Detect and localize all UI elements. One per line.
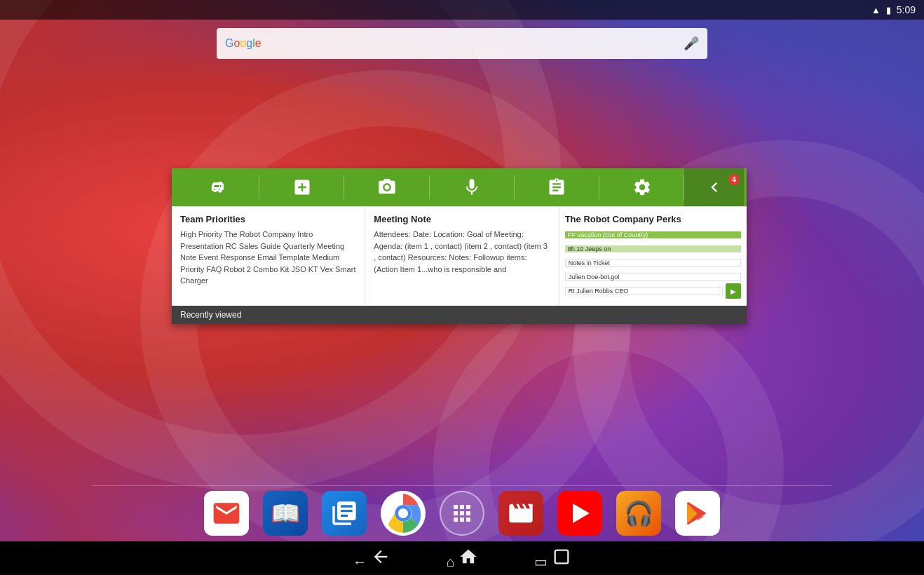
row-label: Julien Doe-bot.gol [565, 273, 741, 281]
wifi-icon: ▲ [871, 5, 881, 15]
youtube-bg [557, 491, 602, 536]
headphones-emoji: 🎧 [624, 499, 653, 527]
play-button[interactable] [726, 283, 741, 299]
widget-toolbar: 4 [172, 168, 747, 206]
svg-rect-4 [555, 550, 569, 563]
checklist-button[interactable] [515, 168, 599, 206]
widget-content: Team Priorities High Priority The Robot … [172, 206, 747, 306]
mic-icon[interactable]: 🎤 [684, 36, 699, 51]
audio-button[interactable] [430, 168, 515, 206]
app-drawer-icon[interactable] [440, 491, 484, 536]
spreadsheet-row: Julien Doe-bot.gol [565, 271, 741, 283]
evernote-widget: 4 Team Priorities High Priority The Robo… [172, 168, 747, 324]
headphones-icon[interactable]: 🎧 [616, 491, 661, 536]
robot-perks-title: The Robot Company Perks [565, 214, 741, 224]
spreadsheet-content: PF vacation (Out of Country) 8h.10 Jeeps… [565, 229, 741, 297]
play-books-emoji: 📖 [271, 499, 300, 527]
search-bar[interactable]: Google 🎤 [217, 28, 707, 59]
robot-perks-panel[interactable]: The Robot Company Perks PF vacation (Out… [559, 207, 747, 306]
settings-button[interactable] [599, 168, 684, 206]
row-label: PF vacation (Out of Country) [565, 231, 741, 238]
play-store-icon[interactable] [675, 491, 720, 536]
recent-button[interactable] [534, 547, 571, 570]
svg-point-3 [398, 508, 408, 518]
back-button[interactable] [353, 547, 390, 570]
dock-divider [93, 485, 831, 486]
camera-button[interactable] [344, 168, 429, 206]
nav-bar [0, 541, 924, 575]
play-store-bg [675, 491, 720, 536]
recently-viewed-label: Recently viewed [180, 310, 241, 320]
notification-button[interactable]: 4 [684, 168, 744, 206]
meeting-note-title: Meeting Note [374, 214, 550, 224]
play-books-icon[interactable]: 📖 [263, 491, 308, 536]
team-priorities-title: Team Priorities [180, 214, 356, 224]
google-logo: Google [225, 37, 261, 50]
home-button[interactable] [447, 547, 479, 570]
team-priorities-text: High Priority The Robot Company Intro Pr… [180, 229, 356, 287]
new-note-button[interactable] [259, 168, 344, 206]
spreadsheet-row: Notes in Ticket [565, 257, 741, 269]
meeting-note-panel[interactable]: Meeting Note Attendees: Date: Location: … [365, 207, 559, 306]
youtube-icon[interactable] [557, 491, 602, 536]
notes-app-icon[interactable] [322, 491, 367, 536]
recently-viewed-bar: Recently viewed [172, 306, 747, 324]
chrome-icon[interactable] [381, 491, 426, 536]
row-label: Rt Julien Robbs CEO [565, 287, 723, 295]
evernote-button[interactable] [175, 168, 259, 206]
notification-badge: 4 [728, 174, 740, 185]
movies-icon[interactable] [498, 491, 543, 536]
spreadsheet-row: 8h.10 Jeeps on [565, 243, 741, 255]
gmail-icon[interactable] [204, 491, 249, 536]
battery-icon: ▮ [886, 5, 891, 15]
dock: 📖 [0, 485, 924, 541]
status-bar: ▲ ▮ 5:09 [0, 0, 924, 20]
youtube-play [573, 503, 590, 523]
row-label: 8h.10 Jeeps on [565, 245, 741, 252]
meeting-note-text: Attendees: Date: Location: Goal of Meeti… [374, 229, 550, 275]
spreadsheet-row: PF vacation (Out of Country) [565, 229, 741, 241]
spreadsheet-row: Rt Julien Robbs CEO [565, 285, 741, 297]
team-priorities-panel[interactable]: Team Priorities High Priority The Robot … [172, 207, 365, 306]
status-time: 5:09 [897, 4, 916, 15]
row-label: Notes in Ticket [565, 259, 741, 267]
